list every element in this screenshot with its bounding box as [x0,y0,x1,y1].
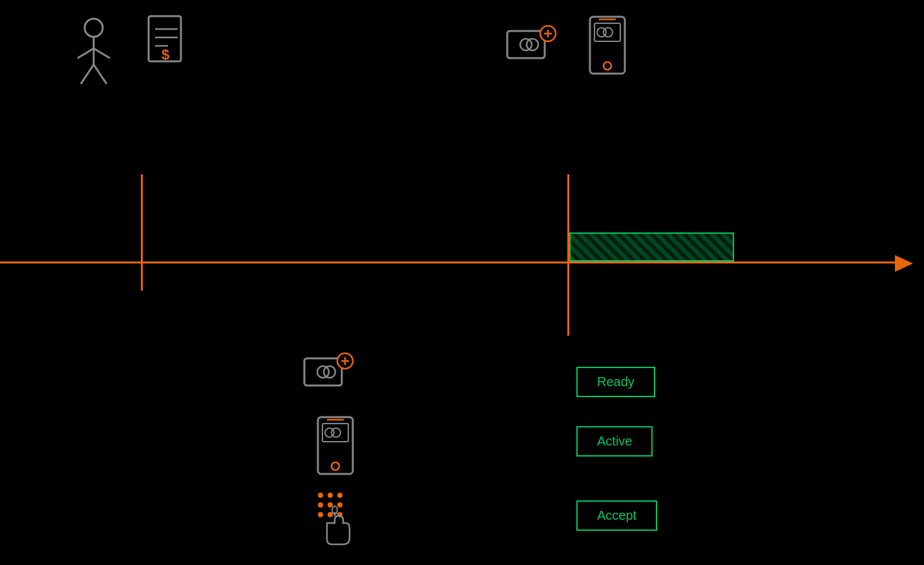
svg-point-22 [604,62,611,70]
invoice-icon: $ [145,13,187,71]
svg-line-2 [78,48,94,58]
keypad-icon-bottom [308,488,362,549]
svg-rect-30 [322,424,348,442]
active-badge: Active [576,426,653,457]
main-canvas: Ready Active Accept $ [0,0,924,565]
svg-rect-29 [318,417,353,474]
svg-point-37 [337,493,342,498]
ready-badge: Ready [576,367,655,397]
timeline-line [0,262,898,263]
active-duration-bar [569,232,734,262]
svg-point-35 [318,493,323,498]
svg-point-40 [337,502,342,508]
svg-text:$: $ [162,46,169,63]
card-tap-icon-top [504,25,559,67]
person-icon [71,16,116,87]
svg-point-0 [85,19,103,37]
svg-line-3 [94,48,110,58]
svg-point-42 [328,512,333,517]
svg-point-39 [328,502,333,508]
svg-point-20 [604,28,613,37]
svg-point-34 [331,462,339,470]
svg-rect-18 [594,23,620,41]
svg-point-36 [328,493,333,498]
svg-point-32 [331,428,341,437]
svg-line-4 [81,65,94,84]
vertical-line-left [141,174,143,291]
accept-badge: Accept [576,500,657,531]
svg-line-5 [94,65,107,84]
svg-point-41 [318,512,323,517]
svg-point-38 [318,502,323,508]
timeline-arrow [895,255,913,272]
card-tap-icon-bottom [301,352,356,394]
pos-terminal-icon-top [585,12,630,79]
svg-rect-17 [590,17,625,74]
pos-terminal-icon-bottom [313,412,358,480]
